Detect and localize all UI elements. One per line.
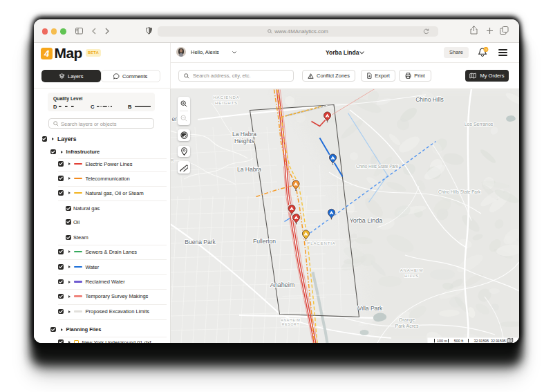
svg-text:Chino Hills State Park: Chino Hills State Park <box>438 189 480 194</box>
svg-text:HILLS: HILLS <box>404 273 418 277</box>
svg-text:La Habra: La Habra <box>237 165 261 172</box>
svg-text:Villa Park: Villa Park <box>357 304 382 311</box>
svg-text:er: er <box>171 115 177 122</box>
svg-text:Anaheim: Anaheim <box>270 281 294 288</box>
svg-text:Chino Hills: Chino Hills <box>415 95 444 102</box>
svg-text:Fullerton: Fullerton <box>252 237 275 244</box>
svg-text:La Habra: La Habra <box>232 130 256 137</box>
svg-text:Yorba Linda: Yorba Linda <box>349 216 382 223</box>
svg-text:R: R <box>171 158 174 162</box>
svg-text:PLACENTIA: PLACENTIA <box>307 241 335 245</box>
svg-text:Orange: Orange <box>398 317 414 322</box>
svg-text:Los Serranos: Los Serranos <box>464 121 493 126</box>
svg-text:Chino Hills State Park: Chino Hills State Park <box>355 163 398 168</box>
svg-text:Park Acres: Park Acres <box>395 323 418 328</box>
svg-text:ANAHEIM: ANAHEIM <box>400 268 423 272</box>
svg-text:Buena Park: Buena Park <box>185 238 216 245</box>
svg-text:100 m: 100 m <box>437 338 447 342</box>
svg-text:24: 24 <box>484 47 487 50</box>
svg-text:HEIGHTS: HEIGHTS <box>215 100 238 104</box>
svg-text:ANAHEIM: ANAHEIM <box>281 317 300 321</box>
svg-text:Heights: Heights <box>234 137 254 144</box>
svg-text:500 ft: 500 ft <box>453 338 463 342</box>
svg-text:32.91595 32.91595: 32.91595 32.91595 <box>474 338 505 342</box>
svg-text:RESORT: RESORT <box>281 322 299 326</box>
svg-text:HACIENDA: HACIENDA <box>213 95 239 99</box>
